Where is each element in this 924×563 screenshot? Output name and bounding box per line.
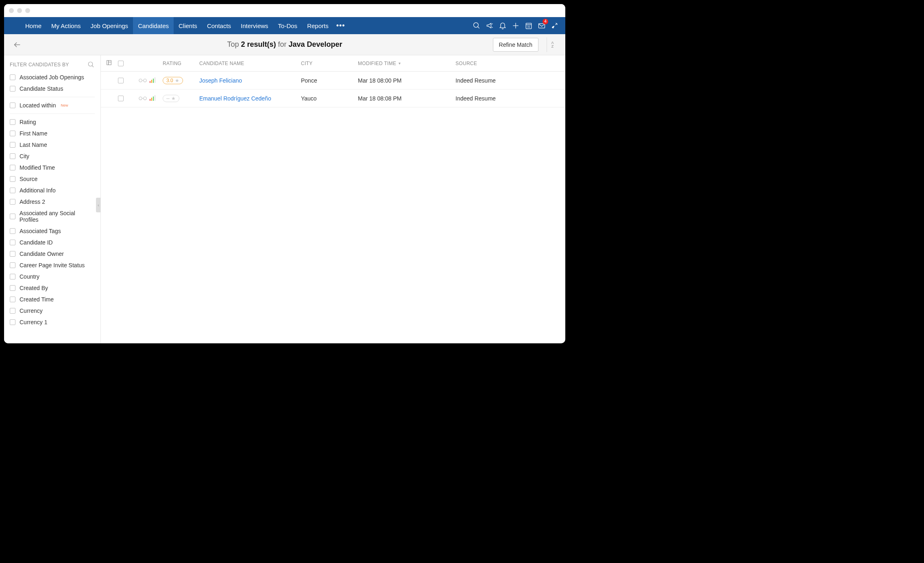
filter-checkbox[interactable]: [10, 153, 15, 159]
hamburger-menu[interactable]: [4, 17, 20, 34]
bell-icon[interactable]: [496, 17, 509, 34]
header-modified[interactable]: MODIFIED TIME ▾: [358, 61, 455, 66]
filter-item[interactable]: Candidate Status: [10, 83, 95, 94]
table-row[interactable]: 3.0★Joseph FelicianoPonceMar 18 08:00 PM…: [101, 72, 565, 89]
candidate-name-link[interactable]: Joseph Feliciano: [199, 77, 301, 84]
filter-label: Created Time: [20, 296, 54, 303]
star-icon: ★: [171, 96, 176, 101]
filter-item[interactable]: Address 2: [10, 196, 95, 207]
signal-icon: [150, 77, 155, 83]
rating-pill[interactable]: 3.0★: [163, 77, 183, 84]
filter-item[interactable]: Created By: [10, 282, 95, 294]
filter-search-icon[interactable]: [87, 61, 95, 68]
column-config-icon[interactable]: [106, 59, 112, 67]
filter-checkbox[interactable]: [10, 103, 15, 108]
filter-label: Candidate ID: [20, 239, 53, 246]
filter-checkbox[interactable]: [10, 228, 15, 234]
svg-line-4: [478, 27, 479, 28]
filter-item[interactable]: Country: [10, 271, 95, 282]
filter-checkbox[interactable]: [10, 199, 15, 205]
nav-item-reports[interactable]: Reports: [302, 17, 333, 34]
filter-item[interactable]: Source: [10, 173, 95, 185]
sidebar-collapse-handle[interactable]: ‹: [96, 198, 101, 212]
filter-item[interactable]: Currency 1: [10, 316, 95, 328]
filter-item[interactable]: Modified Time: [10, 162, 95, 173]
filter-checkbox[interactable]: [10, 319, 15, 325]
filter-checkbox[interactable]: [10, 165, 15, 170]
candidate-source: Indeed Resume: [455, 95, 529, 102]
refine-match-button[interactable]: Refine Match: [493, 38, 538, 52]
filter-label: Rating: [20, 119, 36, 125]
table-row[interactable]: --★Emanuel Rodríguez CedeñoYaucoMar 18 0…: [101, 89, 565, 107]
filter-checkbox[interactable]: [10, 131, 15, 136]
tools-icon[interactable]: [548, 17, 561, 34]
window-close[interactable]: [9, 8, 14, 13]
filter-checkbox[interactable]: [10, 119, 15, 125]
filter-checkbox[interactable]: [10, 297, 15, 302]
filter-item[interactable]: Additional Info: [10, 185, 95, 196]
filter-item[interactable]: Last Name: [10, 139, 95, 151]
window-maximize[interactable]: [25, 8, 30, 13]
header-name[interactable]: CANDIDATE NAME: [199, 61, 301, 66]
add-icon[interactable]: [509, 17, 522, 34]
filter-checkbox[interactable]: [10, 240, 15, 245]
filter-item[interactable]: Associated any Social Profiles: [10, 207, 95, 225]
nav-item-my-actions[interactable]: My Actions: [46, 17, 86, 34]
filter-checkbox[interactable]: [10, 188, 15, 193]
filter-checkbox[interactable]: [10, 86, 15, 92]
filter-item[interactable]: Candidate ID: [10, 237, 95, 248]
filter-item[interactable]: Created Time: [10, 294, 95, 305]
mail-badge: 4: [543, 19, 548, 24]
filter-label: Last Name: [20, 142, 47, 148]
filter-checkbox[interactable]: [10, 274, 15, 279]
nav-item-interviews[interactable]: Interviews: [236, 17, 273, 34]
row-checkbox[interactable]: [118, 78, 124, 83]
filter-checkbox[interactable]: [10, 214, 15, 219]
nav-item-home[interactable]: Home: [20, 17, 46, 34]
filter-item[interactable]: Associated Job Openings: [10, 72, 95, 83]
search-icon[interactable]: [470, 17, 483, 34]
filter-checkbox[interactable]: [10, 285, 15, 291]
nav-item-job-openings[interactable]: Job Openings: [86, 17, 133, 34]
filter-checkbox[interactable]: [10, 308, 15, 314]
header-city[interactable]: CITY: [301, 61, 358, 66]
filter-item[interactable]: First Name: [10, 128, 95, 139]
filter-label: Associated Tags: [20, 228, 61, 234]
rating-pill[interactable]: --★: [163, 95, 179, 102]
sort-az-button[interactable]: AZ: [547, 37, 558, 52]
calendar-icon[interactable]: 31: [522, 17, 535, 34]
select-all-checkbox[interactable]: [118, 61, 124, 66]
filter-item[interactable]: Candidate Owner: [10, 248, 95, 260]
glasses-icon[interactable]: [138, 96, 147, 102]
filter-item[interactable]: Located withinNew: [10, 100, 95, 111]
glasses-icon[interactable]: [138, 78, 147, 84]
announcement-icon[interactable]: [483, 17, 496, 34]
filter-item[interactable]: Currency: [10, 305, 95, 316]
header-source[interactable]: SOURCE: [455, 61, 529, 66]
window-titlebar: [4, 4, 565, 17]
filter-label: Located within: [20, 102, 56, 109]
nav-item-contacts[interactable]: Contacts: [202, 17, 236, 34]
filter-item[interactable]: Associated Tags: [10, 225, 95, 237]
filter-item[interactable]: Rating: [10, 116, 95, 128]
candidate-name-link[interactable]: Emanuel Rodríguez Cedeño: [199, 95, 301, 102]
filter-checkbox[interactable]: [10, 142, 15, 148]
nav-item-clients[interactable]: Clients: [174, 17, 202, 34]
filter-checkbox[interactable]: [10, 251, 15, 257]
filter-item[interactable]: Career Page Invite Status: [10, 260, 95, 271]
filter-checkbox[interactable]: [10, 262, 15, 268]
filter-item[interactable]: City: [10, 151, 95, 162]
filter-label: Modified Time: [20, 164, 55, 171]
back-button[interactable]: [11, 39, 23, 50]
svg-point-22: [139, 97, 142, 100]
subheader: Top 2 result(s) for Java Developer Refin…: [4, 34, 565, 55]
nav-item-to-dos[interactable]: To-Dos: [273, 17, 303, 34]
filter-checkbox[interactable]: [10, 74, 15, 80]
row-checkbox[interactable]: [118, 96, 124, 101]
header-rating[interactable]: RATING: [163, 61, 199, 66]
nav-item-candidates[interactable]: Candidates: [133, 17, 174, 34]
mail-icon[interactable]: 4: [535, 17, 548, 34]
window-minimize[interactable]: [17, 8, 22, 13]
filter-checkbox[interactable]: [10, 176, 15, 182]
nav-more[interactable]: •••: [333, 17, 348, 34]
